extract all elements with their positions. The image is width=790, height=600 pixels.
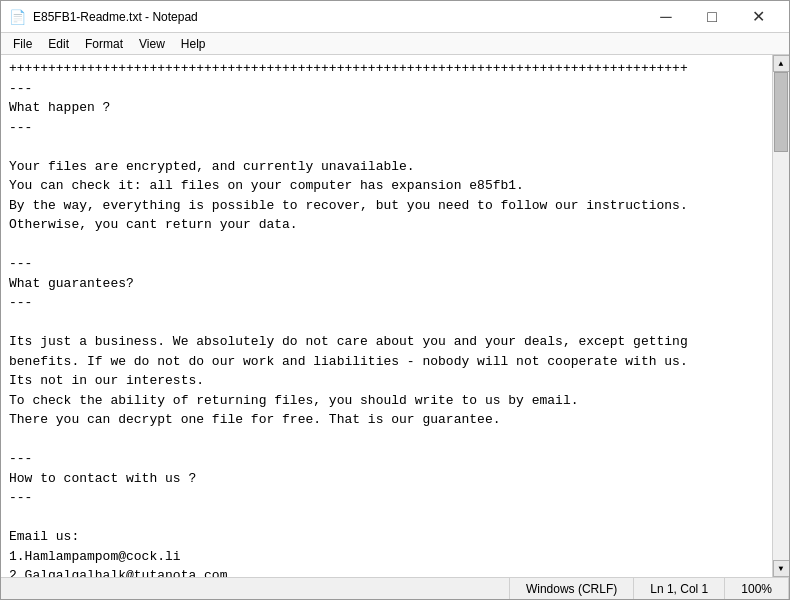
menu-format[interactable]: Format xyxy=(77,35,131,53)
menu-view[interactable]: View xyxy=(131,35,173,53)
scroll-down-button[interactable]: ▼ xyxy=(773,560,790,577)
status-bar: Windows (CRLF) Ln 1, Col 1 100% xyxy=(1,577,789,599)
title-bar-left: 📄 E85FB1-Readme.txt - Notepad xyxy=(9,9,198,25)
title-controls: ─ □ ✕ xyxy=(643,1,781,33)
app-icon: 📄 xyxy=(9,9,25,25)
notepad-window: 📄 E85FB1-Readme.txt - Notepad ─ □ ✕ File… xyxy=(0,0,790,600)
scroll-track[interactable] xyxy=(773,72,789,560)
scrollbar-vertical[interactable]: ▲ ▼ xyxy=(772,55,789,577)
status-position: Ln 1, Col 1 xyxy=(634,578,725,599)
menu-bar: File Edit Format View Help xyxy=(1,33,789,55)
menu-edit[interactable]: Edit xyxy=(40,35,77,53)
maximize-button[interactable]: □ xyxy=(689,1,735,33)
minimize-button[interactable]: ─ xyxy=(643,1,689,33)
window-title: E85FB1-Readme.txt - Notepad xyxy=(33,10,198,24)
scroll-thumb[interactable] xyxy=(774,72,788,152)
title-bar: 📄 E85FB1-Readme.txt - Notepad ─ □ ✕ xyxy=(1,1,789,33)
text-editor[interactable]: ++++++++++++++++++++++++++++++++++++++++… xyxy=(1,55,772,577)
status-zoom: 100% xyxy=(725,578,789,599)
status-encoding: Windows (CRLF) xyxy=(510,578,634,599)
content-area: ʍnıɹo ++++++++++++++++++++++++++++++++++… xyxy=(1,55,789,577)
menu-help[interactable]: Help xyxy=(173,35,214,53)
menu-file[interactable]: File xyxy=(5,35,40,53)
close-button[interactable]: ✕ xyxy=(735,1,781,33)
scroll-up-button[interactable]: ▲ xyxy=(773,55,790,72)
status-empty xyxy=(1,578,510,599)
